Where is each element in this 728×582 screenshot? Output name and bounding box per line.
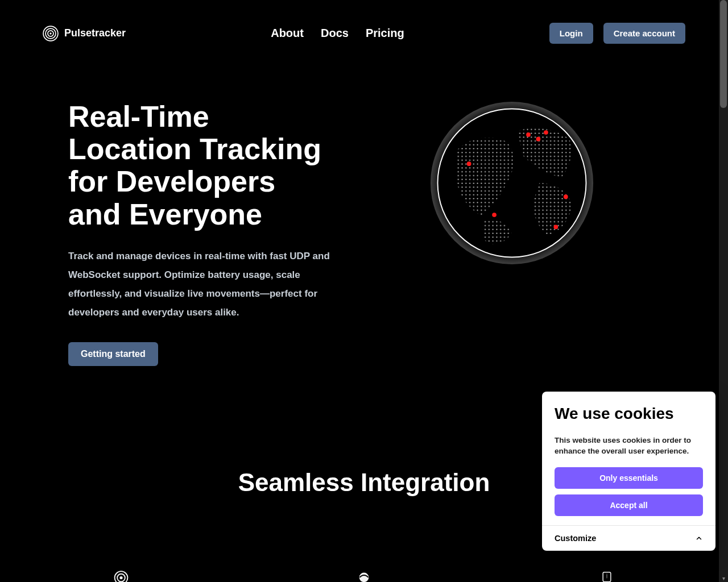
svg-point-10 — [544, 130, 548, 135]
chevron-up-icon — [695, 534, 703, 542]
hero-content: Real-Time Location Tracking for Develope… — [68, 101, 330, 366]
hero-title: Real-Time Location Tracking for Develope… — [68, 101, 330, 231]
auth-buttons: Login Create account — [549, 23, 685, 44]
svg-point-9 — [536, 137, 541, 142]
svg-point-17 — [120, 576, 123, 579]
cookie-title: We use cookies — [555, 404, 703, 423]
vertical-scrollbar[interactable]: ▾ — [719, 0, 728, 582]
integration-logo-icon — [596, 568, 618, 582]
integration-logos-strip — [0, 566, 728, 582]
cookie-customize-toggle[interactable]: Customize — [542, 525, 715, 551]
hero-subtitle: Track and manage devices in real-time wi… — [68, 247, 330, 322]
svg-point-18 — [359, 572, 369, 582]
globe-icon — [429, 101, 594, 265]
cookie-description: This website uses cookies in order to en… — [555, 435, 703, 457]
integration-logo-icon — [353, 568, 375, 582]
cookie-consent-banner: We use cookies This website uses cookies… — [542, 392, 715, 551]
nav-link-about[interactable]: About — [271, 27, 304, 40]
svg-point-8 — [526, 132, 531, 137]
brand-name: Pulsetracker — [64, 27, 126, 39]
svg-point-11 — [467, 161, 471, 166]
create-account-button[interactable]: Create account — [603, 23, 685, 44]
integration-logo-icon — [110, 568, 132, 582]
svg-point-15 — [115, 571, 128, 582]
getting-started-button[interactable]: Getting started — [68, 342, 158, 366]
nav-link-docs[interactable]: Docs — [321, 27, 349, 40]
scrollbar-thumb[interactable] — [720, 0, 727, 108]
brand[interactable]: Pulsetracker — [43, 26, 126, 41]
svg-point-14 — [553, 225, 558, 229]
svg-rect-19 — [603, 572, 611, 582]
cookie-customize-label: Customize — [555, 534, 596, 543]
scrollbar-down-arrow[interactable]: ▾ — [721, 575, 726, 581]
cookie-only-essentials-button[interactable]: Only essentials — [555, 467, 703, 489]
hero-illustration — [364, 101, 660, 265]
svg-point-3 — [49, 32, 51, 34]
svg-point-12 — [492, 213, 497, 217]
main-nav: About Docs Pricing — [271, 27, 404, 40]
brand-logo-icon — [43, 26, 59, 41]
cookie-accept-all-button[interactable]: Accept all — [555, 494, 703, 516]
site-header: Pulsetracker About Docs Pricing Login Cr… — [0, 0, 728, 66]
svg-point-13 — [564, 194, 568, 199]
nav-link-pricing[interactable]: Pricing — [366, 27, 404, 40]
svg-point-16 — [117, 574, 125, 582]
login-button[interactable]: Login — [549, 23, 593, 44]
hero-section: Real-Time Location Tracking for Develope… — [0, 66, 728, 411]
